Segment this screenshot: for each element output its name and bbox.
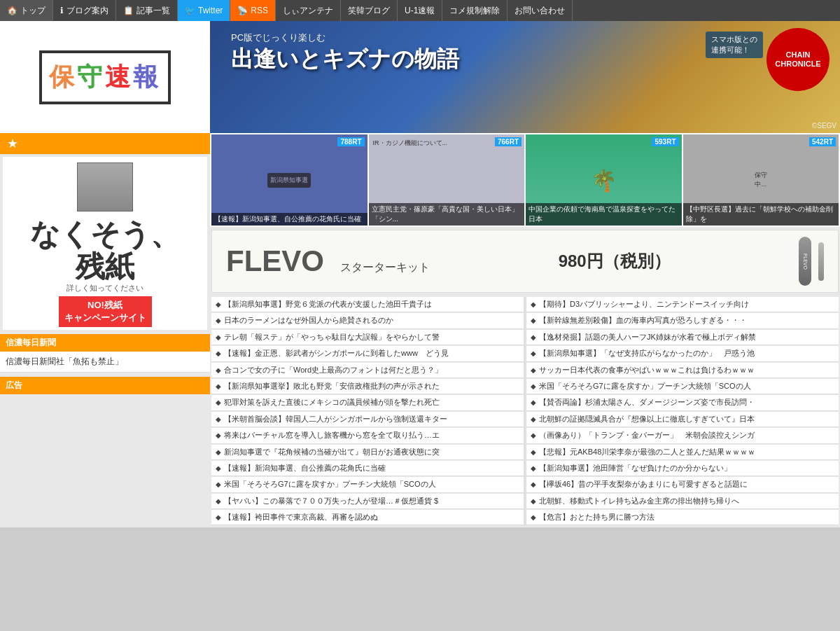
- nav-comment[interactable]: コメ規制解除: [442, 0, 507, 21]
- trending-card-0[interactable]: 新潟県知事選 788RT 【速報】新潟知事選、自公推薦の花角氏に当確: [211, 134, 368, 226]
- ad-main-text: なくそう、残紙: [6, 219, 204, 283]
- flevo-price: 980円（税別）: [559, 250, 671, 272]
- header-banner-ad[interactable]: PC版でじっくり楽しむ 出逢いとキズナの物語 スマホ版との連携可能！ CHAIN…: [210, 21, 840, 133]
- article-left-10[interactable]: ◆【速報】新潟知事選、自公推薦の花角氏に当確: [211, 461, 524, 476]
- site-logo[interactable]: 保守速報: [39, 50, 171, 104]
- article-left-2[interactable]: ◆テレ朝「報ステ」が「やっちゃ駄目な大誤報」をやらかして警: [211, 330, 524, 345]
- trending-caption-3: 【中野区長選】過去に「朝鮮学校への補助金削除」を: [683, 203, 839, 226]
- article-text: 合コンで女の子に「Word史上最高のフォントは何だと思う？」: [224, 365, 442, 375]
- article-text: 【賛否両論】杉浦太陽さん、ダメージジーンズ姿で市長訪問・: [539, 397, 755, 408]
- nav-shokan-blog[interactable]: 笑韓ブログ: [341, 0, 398, 21]
- sidebar: ★ なくそう、残紙 詳しく知ってください NO!残紙キャンペーンサイト 信濃毎日…: [0, 133, 210, 527]
- article-right-5[interactable]: ◆米国「そろそろG7に露を戻すか」プーチン大統領「SCOの人: [526, 379, 839, 394]
- bullet: ◆: [216, 317, 221, 324]
- article-right-10[interactable]: ◆【新潟知事選】池田陣営「なぜ負けたのか分からない」: [526, 461, 839, 476]
- trending-card-3[interactable]: 保守中... 542RT 【中野区長選】過去に「朝鮮学校への補助金削除」を: [683, 134, 839, 226]
- article-text: 【新潟知事選】池田陣営「なぜ負けたのか分からない」: [539, 463, 732, 473]
- flevo-device-visual: FLEVO: [799, 237, 824, 286]
- banner-subtitle: PC版でじっくり楽しむ: [231, 32, 459, 44]
- flevo-price-area: 980円（税別）: [559, 250, 671, 272]
- sidebar-ad[interactable]: なくそう、残紙 詳しく知ってください NO!残紙キャンペーンサイト: [3, 157, 207, 330]
- bullet: ◆: [216, 480, 221, 488]
- list-icon: 📋: [123, 6, 134, 15]
- trending-rt-0: 788RT: [337, 137, 364, 146]
- article-right-4[interactable]: ◆サッカー日本代表の食事がやばいｗｗｗこれは負けるわｗｗｗ: [526, 363, 839, 378]
- sidebar-news-link-0[interactable]: 信濃毎日新聞社「魚拓も禁止」: [0, 352, 210, 373]
- trending-rt-3: 542RT: [809, 137, 836, 146]
- flevo-subtitle: スターターキット: [340, 261, 430, 273]
- article-text: 犯罪対策を訴えた直後にメキシコの議員候補が頭を撃たれ死亡: [224, 397, 440, 408]
- article-right-11[interactable]: ◆【欅坂46】昔の平手友梨奈があまりにも可愛すぎると話題に: [526, 477, 839, 492]
- article-left-3[interactable]: ◆【速報】金正恩、影武者がシンガポールに到着したwww どう見: [211, 346, 524, 361]
- article-right-3[interactable]: ◆【新潟県知事選】「なぜ支持広がらなかったのか」 戸惑う池: [526, 346, 839, 361]
- article-left-5[interactable]: ◆【新潟県知事選挙】敗北も野党「安倍政権批判の声が示された: [211, 379, 524, 394]
- bullet: ◆: [531, 415, 536, 423]
- trending-card-2[interactable]: 🌴 593RT 中国企業の依頼で海南島で温泉探査をやってた日本: [526, 134, 682, 226]
- article-text: テレ朝「報ステ」が「やっちゃ駄目な大誤報」をやらかして警: [224, 332, 440, 342]
- article-text: 【欅坂46】昔の平手友梨奈があまりにも可愛すぎると話題に: [539, 479, 748, 490]
- article-text: 【新潟県知事選】野党６党派の代表が支援した池田千貴子は: [224, 299, 432, 310]
- bullet: ◆: [216, 333, 221, 341]
- bullet: ◆: [531, 398, 536, 406]
- nav-u1[interactable]: U-1速報: [398, 0, 442, 21]
- article-left-8[interactable]: ◆将来はバーチャル窓を導入し旅客機から窓を全て取り払う…エ: [211, 428, 524, 443]
- main-wrapper: ★ なくそう、残紙 詳しく知ってください NO!残紙キャンペーンサイト 信濃毎日…: [0, 133, 840, 527]
- article-text: 【ヤバい】この暴落で７００万失った人が登場…＃仮想通貨 $: [224, 496, 438, 506]
- nav-top[interactable]: 🏠 トップ: [0, 0, 53, 21]
- banner-main-text: 出逢いとキズナの物語: [231, 44, 459, 75]
- home-icon: 🏠: [7, 6, 18, 15]
- article-text: 北朝鮮の証拠隠滅具合が『想像以上に徹底しすぎていて』日本: [539, 414, 755, 424]
- main-content: 新潟県知事選 788RT 【速報】新潟知事選、自公推薦の花角氏に当確 IR・カジ…: [210, 133, 840, 527]
- article-right-12[interactable]: ◆北朝鮮、移動式トイレ持ち込み金主席の排出物持ち帰りへ: [526, 494, 839, 509]
- article-right-9[interactable]: ◆【悲報】元AKB48川栄李奈が最強の二人と並んだ結果ｗｗｗｗ: [526, 445, 839, 460]
- bullet: ◆: [216, 415, 221, 423]
- nav-twitter[interactable]: 🐦 Twitter: [178, 0, 230, 21]
- bullet: ◆: [531, 382, 536, 390]
- articles-grid: ◆【新潟県知事選】野党６党派の代表が支援した池田千貴子は◆日本のラーメンはなぜ外…: [210, 296, 840, 527]
- article-right-8[interactable]: ◆（画像あり）「トランプ・金バーガー」 米朝会談控えシンガ: [526, 428, 839, 443]
- flevo-banner[interactable]: FLEVO スターターキット 980円（税別） FLEVO: [211, 230, 839, 293]
- trending-caption-1: 立憲民主党・篠原豪「高貴な国・美しい日本」「シン...: [369, 203, 525, 226]
- article-right-7[interactable]: ◆北朝鮮の証拠隠滅具合が『想像以上に徹底しすぎていて』日本: [526, 412, 839, 427]
- bullet: ◆: [531, 366, 536, 374]
- article-text: サッカー日本代表の食事がやばいｗｗｗこれは負けるわｗｗｗ: [539, 365, 755, 375]
- article-left-12[interactable]: ◆【ヤバい】この暴落で７００万失った人が登場…＃仮想通貨 $: [211, 494, 524, 509]
- bullet: ◆: [531, 317, 536, 324]
- article-text: 【速報】袴田事件で東京高裁、再審を認めぬ: [224, 512, 378, 522]
- nav-articles[interactable]: 📋 記事一覧: [116, 0, 178, 21]
- article-right-0[interactable]: ◆【期待】D3パブリッシャーより、ニンテンドースイッチ向け: [526, 297, 839, 312]
- ad-small-text: 詳しく知ってください: [6, 283, 204, 293]
- bullet: ◆: [216, 497, 221, 505]
- articles-col-right: ◆【期待】D3パブリッシャーより、ニンテンドースイッチ向け◆【新幹線無差別殺傷】…: [526, 297, 839, 526]
- article-right-1[interactable]: ◆【新幹線無差別殺傷】血の海車内写真が恐ろしすぎる・・・: [526, 313, 839, 328]
- trending-card-1[interactable]: IR・カジノ機能について... 766RT 立憲民主党・篠原豪「高貴な国・美しい…: [369, 134, 525, 226]
- bullet: ◆: [531, 300, 536, 308]
- article-left-9[interactable]: ◆新潟知事選で『花角候補の当確が出て』朝日がお通夜状態に突: [211, 445, 524, 460]
- nav-contact[interactable]: お問い合わせ: [507, 0, 573, 21]
- article-right-2[interactable]: ◆【逸材発掘】話題の美人ハーフJK姉妹が水着で極上ボディ解禁: [526, 330, 839, 345]
- article-left-4[interactable]: ◆合コンで女の子に「Word史上最高のフォントは何だと思う？」: [211, 363, 524, 378]
- article-left-6[interactable]: ◆犯罪対策を訴えた直後にメキシコの議員候補が頭を撃たれ死亡: [211, 395, 524, 410]
- no-zanshi-badge: NO!残紙キャンペーンサイト: [59, 296, 152, 327]
- article-text: 【逸材発掘】話題の美人ハーフJK姉妹が水着で極上ボディ解禁: [539, 332, 756, 342]
- article-right-6[interactable]: ◆【賛否両論】杉浦太陽さん、ダメージジーンズ姿で市長訪問・: [526, 395, 839, 410]
- nav-antenna[interactable]: しぃアンテナ: [276, 0, 341, 21]
- chain-chronicle-logo: CHAINCHRONICLE: [766, 28, 830, 91]
- article-text: 新潟知事選で『花角候補の当確が出て』朝日がお通夜状態に突: [224, 447, 440, 457]
- article-text: 【新潟県知事選挙】敗北も野党「安倍政権批判の声が示された: [224, 381, 440, 391]
- articles-col-left: ◆【新潟県知事選】野党６党派の代表が支援した池田千貴子は◆日本のラーメンはなぜ外…: [211, 297, 524, 526]
- nav-blog-guide[interactable]: ℹ ブログ案内: [53, 0, 116, 21]
- top-navigation: 🏠 トップ ℹ ブログ案内 📋 記事一覧 🐦 Twitter 📡 RSS しぃア…: [0, 0, 840, 21]
- article-text: 【危言】おとた持ち男に勝つ方法: [539, 512, 654, 522]
- article-right-13[interactable]: ◆【危言】おとた持ち男に勝つ方法: [526, 510, 839, 525]
- article-left-11[interactable]: ◆米国「そろそろG7に露を戻すか」プーチン大統領「SCOの人: [211, 477, 524, 492]
- article-text: 【速報】金正恩、影武者がシンガポールに到着したwww どう見: [224, 348, 449, 359]
- article-left-7[interactable]: ◆【米朝首脳会談】韓国人二人がシンガポールから強制送還キター: [211, 412, 524, 427]
- article-left-0[interactable]: ◆【新潟県知事選】野党６党派の代表が支援した池田千貴子は: [211, 297, 524, 312]
- article-left-1[interactable]: ◆日本のラーメンはなぜ外国人から絶賛されるのか: [211, 313, 524, 328]
- bullet: ◆: [531, 448, 536, 456]
- bullet: ◆: [216, 382, 221, 390]
- nav-rss[interactable]: 📡 RSS: [230, 0, 276, 21]
- article-left-13[interactable]: ◆【速報】袴田事件で東京高裁、再審を認めぬ: [211, 510, 524, 525]
- newspaper-image: [77, 162, 133, 212]
